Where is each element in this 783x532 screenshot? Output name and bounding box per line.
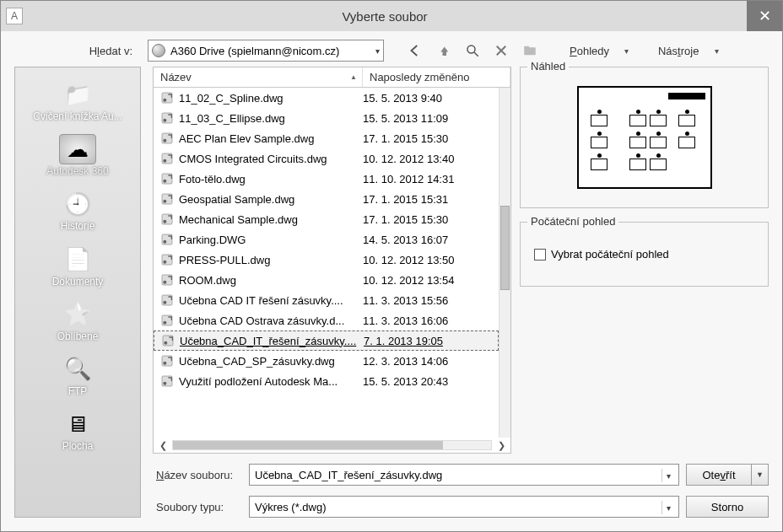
dwg-file-icon (159, 352, 176, 369)
place-item[interactable]: 📁Cvičení knížka Au... (15, 74, 140, 126)
place-icon: 📄 (59, 245, 96, 275)
svg-point-27 (163, 321, 166, 325)
file-list[interactable]: 11_02_C_Spline.dwg15. 5. 2013 9:4011_03_… (154, 88, 499, 438)
place-item[interactable]: 🔍FTP (15, 349, 140, 400)
dwg-file-icon (159, 292, 176, 309)
scroll-left-icon[interactable]: ❮ (157, 439, 169, 451)
dwg-file-icon (159, 251, 176, 268)
horizontal-scrollbar[interactable]: ❮ ❯ (154, 438, 510, 453)
file-row[interactable]: Mechanical Sample.dwg17. 1. 2015 15:30 (154, 209, 499, 229)
file-name: 11_02_C_Spline.dwg (179, 92, 363, 105)
views-menu-dropdown[interactable]: ▾ (621, 46, 633, 56)
place-item[interactable]: 🖥Plocha (15, 404, 140, 455)
tools-menu[interactable]: Nástroje (653, 42, 704, 60)
dwg-file-icon (159, 271, 176, 288)
file-row[interactable]: Učebna CAD IT řešení zásuvky....11. 3. 2… (154, 290, 499, 310)
file-row[interactable]: Učebna CAD Ostrava zásuvky.d...11. 3. 20… (154, 310, 499, 330)
preview-area (529, 76, 759, 199)
place-label: Oblíbené (15, 331, 140, 342)
place-label: FTP (15, 386, 140, 397)
initial-view-checkbox[interactable] (534, 249, 546, 261)
place-item[interactable]: 📄Dokumenty (15, 239, 140, 291)
place-label: Autodesk 360 (15, 166, 140, 177)
file-name: Učebna CAD IT řešení zásuvky.... (179, 294, 363, 307)
delete-button[interactable] (490, 40, 512, 62)
tools-menu-dropdown[interactable]: ▾ (710, 46, 722, 56)
file-row[interactable]: Parking.DWG14. 5. 2013 16:07 (154, 229, 499, 250)
views-menu[interactable]: Pohledy (564, 42, 614, 60)
dwg-file-icon (159, 89, 176, 106)
svg-point-7 (163, 119, 166, 122)
place-label: Plocha (15, 441, 140, 452)
file-date: 11. 10. 2012 14:31 (363, 173, 499, 185)
filename-combobox[interactable]: Učebna_CAD_IT_řešení_zásuvky.dwg ▾ (249, 464, 679, 486)
preview-group: Náhled (520, 67, 769, 208)
file-row[interactable]: Geospatial Sample.dwg17. 1. 2015 15:31 (154, 189, 499, 209)
file-row[interactable]: Foto-tělo.dwg11. 10. 2012 14:31 (154, 169, 499, 189)
svg-point-17 (163, 220, 166, 223)
dialog-body: 📁Cvičení knížka Au...☁Autodesk 360🕘Histo… (1, 67, 782, 531)
file-row[interactable]: PRESS-PULL.dwg10. 12. 2012 13:50 (154, 250, 499, 270)
cancel-button[interactable]: Storno (686, 496, 769, 518)
place-icon: ☁ (59, 134, 96, 164)
file-name: Geospatial Sample.dwg (179, 193, 363, 206)
place-icon: 📁 (59, 79, 96, 110)
svg-point-13 (163, 180, 166, 183)
file-date: 15. 5. 2013 9:40 (363, 92, 499, 105)
file-row[interactable]: CMOS Integrated Circuits.dwg10. 12. 2012… (154, 148, 499, 169)
file-date: 10. 12. 2012 13:50 (363, 254, 499, 266)
file-name: Učebna_CAD_IT_řešení_zásuvky.... (180, 335, 364, 347)
lookin-value: A360 Drive (spielmann@nicom.cz) (170, 45, 370, 57)
file-row[interactable]: AEC Plan Elev Sample.dwg17. 1. 2015 15:3… (154, 128, 499, 148)
scrollbar-thumb[interactable] (500, 206, 510, 290)
svg-point-21 (163, 261, 166, 264)
up-one-level-button[interactable] (433, 40, 455, 62)
file-row[interactable]: 11_03_C_Ellipse.dwg15. 5. 2013 11:09 (154, 108, 499, 128)
column-header-name[interactable]: Název (154, 67, 363, 87)
column-header-date[interactable]: Naposledy změněno (363, 67, 510, 87)
hscroll-track[interactable] (172, 440, 492, 450)
scroll-right-icon[interactable]: ❯ (495, 439, 507, 451)
filetype-label: Soubory typu: (153, 501, 242, 513)
file-row[interactable]: ROOM.dwg10. 12. 2012 13:54 (154, 270, 499, 290)
file-name: AEC Plan Elev Sample.dwg (179, 132, 363, 145)
chevron-down-icon: ▾ (375, 46, 380, 56)
file-row[interactable]: Využití podložení Autodesk Ma...15. 5. 2… (154, 371, 499, 391)
initial-view-check-label: Vybrat počáteční pohled (551, 248, 669, 261)
place-label: Historie (15, 221, 140, 232)
search-web-button[interactable] (462, 40, 483, 62)
side-panel: Náhled (520, 67, 769, 454)
title-bar: A Vyberte soubor ✕ (1, 1, 782, 31)
file-date: 17. 1. 2015 15:31 (363, 193, 499, 206)
place-item[interactable]: ☁Autodesk 360 (15, 129, 140, 180)
place-item[interactable]: 🕘Historie (15, 184, 140, 235)
lookin-combobox[interactable]: A360 Drive (spielmann@nicom.cz) ▾ (148, 40, 384, 62)
file-row[interactable]: 11_02_C_Spline.dwg15. 5. 2013 9:40 (154, 88, 499, 108)
file-name: Parking.DWG (179, 234, 363, 246)
place-icon: 🔍 (59, 354, 96, 384)
back-button[interactable] (404, 40, 426, 62)
new-folder-button[interactable] (519, 40, 541, 62)
file-name: Učebna_CAD_SP_zásuvky.dwg (179, 355, 363, 368)
file-row[interactable]: Učebna_CAD_IT_řešení_zásuvky....7. 1. 20… (154, 330, 499, 351)
open-button-dropdown[interactable]: ▼ (752, 464, 769, 486)
svg-point-0 (467, 46, 475, 53)
filetype-value: Výkres (*.dwg) (255, 501, 327, 513)
filetype-combobox[interactable]: Výkres (*.dwg) ▾ (249, 496, 679, 518)
dwg-file-icon (159, 130, 176, 147)
open-button[interactable]: Otevřít (686, 464, 752, 486)
dialog-window: A Vyberte soubor ✕ Hledat v: A360 Drive … (0, 0, 783, 532)
place-icon: 🕘 (59, 189, 96, 219)
vertical-scrollbar[interactable] (499, 88, 510, 438)
svg-point-11 (163, 159, 166, 163)
file-row[interactable]: Učebna_CAD_SP_zásuvky.dwg12. 3. 2013 14:… (154, 351, 499, 371)
chevron-down-icon: ▾ (662, 501, 675, 514)
file-date: 11. 3. 2013 15:56 (363, 294, 499, 307)
file-date: 17. 1. 2015 15:30 (363, 132, 499, 145)
close-button[interactable]: ✕ (747, 1, 782, 31)
place-item[interactable]: ⭐Oblíbené (15, 294, 140, 346)
file-name: CMOS Integrated Circuits.dwg (179, 153, 363, 165)
hscroll-thumb[interactable] (173, 441, 443, 449)
svg-point-25 (163, 301, 166, 304)
file-date: 10. 12. 2012 13:54 (363, 274, 499, 287)
